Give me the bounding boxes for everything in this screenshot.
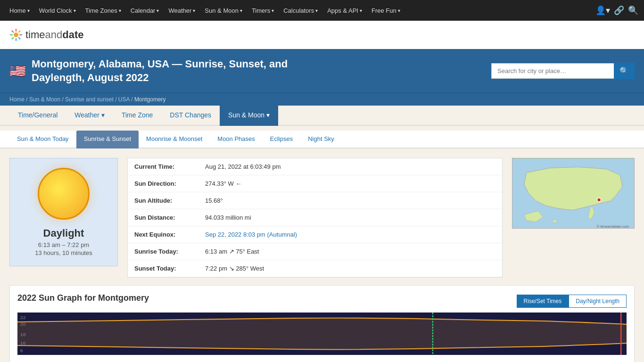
- sun-data-value: 7:22 pm ↘ 285° West: [198, 260, 502, 277]
- chevron-icon: ▾: [398, 8, 400, 13]
- chevron-icon: ▾: [272, 8, 274, 13]
- sun-data-label: Next Equinox:: [128, 226, 198, 243]
- nav-calendar[interactable]: Calendar ▾: [127, 5, 163, 16]
- nav-sun-moon[interactable]: Sun & Moon ▾: [201, 5, 246, 16]
- breadcrumb-sun-moon[interactable]: Sun & Moon: [29, 96, 60, 103]
- sun-graph-area: 22 20 18 16 6: [17, 313, 627, 355]
- svg-line-5: [12, 31, 14, 33]
- nav-world-clock[interactable]: World Clock ▾: [35, 5, 80, 16]
- search-button[interactable]: 🔍: [614, 63, 635, 79]
- site-logo-text: timeanddate: [25, 29, 84, 41]
- chevron-icon: ▾: [74, 8, 76, 13]
- svg-line-7: [19, 31, 20, 33]
- sun-graph-tabs: Rise/Set Times Day/Night Length: [517, 295, 627, 308]
- nav-free-fun[interactable]: Free Fun ▾: [368, 5, 404, 16]
- breadcrumb-home[interactable]: Home: [9, 96, 25, 103]
- svg-text:© timeanddate.com: © timeanddate.com: [597, 225, 629, 229]
- chevron-icon: ▾: [157, 8, 159, 13]
- svg-line-8: [12, 38, 14, 39]
- breadcrumb-sunrise-sunset[interactable]: Sunrise and sunset: [65, 96, 114, 103]
- tab-weather[interactable]: Weather ▾: [66, 106, 113, 126]
- tab-day-night-length[interactable]: Day/Night Length: [569, 295, 627, 308]
- sun-data-label: Current Time:: [128, 158, 198, 175]
- hero-left: 🇺🇸 Montgomery, Alabama, USA — Sunrise, S…: [9, 58, 288, 84]
- tab-rise-set-times[interactable]: Rise/Set Times: [517, 295, 569, 308]
- sun-data-value: 6:13 am ↗ 75° East: [198, 243, 502, 260]
- tab-moonrise-moonset[interactable]: Moonrise & Moonset: [139, 131, 210, 148]
- page-title: Montgomery, Alabama, USA — Sunrise, Suns…: [32, 58, 288, 84]
- sun-data-value: 94.033 million mi: [198, 209, 502, 226]
- tab-moon-phases[interactable]: Moon Phases: [210, 131, 263, 148]
- svg-text:6: 6: [20, 348, 23, 353]
- svg-text:16: 16: [20, 341, 26, 346]
- sun-data-label: Sun Distance:: [128, 209, 198, 226]
- nav-weather[interactable]: Weather ▾: [165, 5, 199, 16]
- search-icon[interactable]: 🔍: [628, 5, 638, 16]
- breadcrumb-usa[interactable]: USA: [118, 96, 130, 103]
- map-panel: © timeanddate.com: [512, 158, 635, 229]
- sun-data-table: Current Time:Aug 21, 2022 at 6:03:49 pmS…: [127, 158, 503, 278]
- account-icon[interactable]: 👤▾: [595, 5, 610, 16]
- tab-time-general[interactable]: Time/General: [9, 106, 66, 126]
- chevron-icon: ▾: [360, 8, 362, 13]
- usa-map[interactable]: © timeanddate.com: [512, 158, 635, 229]
- tab-eclipses[interactable]: Eclipses: [263, 131, 300, 148]
- sun-info-row: Daylight 6:13 am – 7:22 pm 13 hours, 10 …: [9, 158, 635, 278]
- sun-data-value: Aug 21, 2022 at 6:03:49 pm: [198, 158, 502, 175]
- chevron-icon: ▾: [27, 8, 30, 13]
- sun-data-value: 15.68°: [198, 192, 502, 209]
- main-content: Daylight 6:13 am – 7:22 pm 13 hours, 10 …: [0, 148, 644, 362]
- daylight-panel: Daylight 6:13 am – 7:22 pm 13 hours, 10 …: [9, 158, 118, 266]
- sun-data-label: Sunset Today:: [128, 260, 198, 277]
- svg-point-0: [14, 33, 18, 37]
- sun-data-label: Sunrise Today:: [128, 243, 198, 260]
- site-logo-icon: [9, 28, 23, 41]
- location-search: 🔍: [491, 63, 635, 79]
- chevron-icon: ▾: [119, 8, 121, 13]
- logo-bar: timeanddate: [0, 21, 644, 49]
- nav-right-icons: 👤▾ 🔗 🔍: [595, 5, 638, 16]
- country-flag: 🇺🇸: [9, 63, 26, 79]
- sun-data-label: Sun Direction:: [128, 175, 198, 192]
- sun-data-label: Sun Altitude:: [128, 192, 198, 209]
- tab-sunrise-sunset[interactable]: Sunrise & Sunset: [76, 131, 139, 148]
- sun-graph-section: 2022 Sun Graph for Montgomery Rise/Set T…: [9, 285, 635, 362]
- chevron-icon: ▾: [240, 8, 242, 13]
- breadcrumb: Home / Sun & Moon / Sunrise and sunset /…: [0, 93, 644, 106]
- tab-sun-moon[interactable]: Sun & Moon ▾: [220, 106, 278, 126]
- daylight-time-range: 6:13 am – 7:22 pm: [38, 241, 89, 248]
- nav-time-zones[interactable]: Time Zones ▾: [82, 5, 125, 16]
- search-input[interactable]: [491, 63, 614, 79]
- tab-sun-moon-today[interactable]: Sun & Moon Today: [9, 131, 76, 148]
- nav-timers[interactable]: Timers ▾: [248, 5, 278, 16]
- chevron-icon: ▾: [266, 111, 270, 119]
- sun-data-value[interactable]: Sep 22, 2022 8:03 pm (Autumnal): [198, 226, 502, 243]
- svg-text:18: 18: [20, 332, 26, 337]
- share-icon[interactable]: 🔗: [614, 5, 624, 16]
- svg-point-10: [597, 198, 601, 202]
- chevron-icon: ▾: [193, 8, 195, 13]
- daylight-duration: 13 hours, 10 minutes: [35, 249, 92, 256]
- sun-graphic: [38, 168, 90, 220]
- chevron-icon: ▾: [101, 111, 105, 119]
- subtab-row-2: Sun & Moon Today Sunrise & Sunset Moonri…: [0, 131, 644, 148]
- daylight-label: Daylight: [43, 227, 84, 239]
- hero-band: 🇺🇸 Montgomery, Alabama, USA — Sunrise, S…: [0, 49, 644, 93]
- top-navigation: Home ▾ World Clock ▾ Time Zones ▾ Calend…: [0, 0, 644, 21]
- svg-text:22: 22: [20, 315, 26, 320]
- nav-apps-api[interactable]: Apps & API ▾: [323, 5, 366, 16]
- chevron-icon: ▾: [315, 8, 318, 13]
- tab-night-sky[interactable]: Night Sky: [300, 131, 342, 148]
- svg-line-6: [19, 38, 20, 39]
- tab-dst-changes[interactable]: DST Changes: [161, 106, 220, 126]
- tab-time-zone[interactable]: Time Zone: [113, 106, 161, 126]
- breadcrumb-current: Montgomery: [134, 96, 166, 103]
- sun-graph-title: 2022 Sun Graph for Montgomery: [17, 293, 149, 303]
- svg-text:20: 20: [20, 322, 26, 327]
- subtab-row-1: Time/General Weather ▾ Time Zone DST Cha…: [0, 106, 644, 126]
- nav-calculators[interactable]: Calculators ▾: [280, 5, 322, 16]
- sun-graph-svg: 22 20 18 16 6: [17, 313, 627, 355]
- sun-data-value: 274.33° W ←: [198, 175, 502, 192]
- nav-home[interactable]: Home ▾: [6, 5, 33, 16]
- usa-map-svg: © timeanddate.com: [512, 158, 634, 229]
